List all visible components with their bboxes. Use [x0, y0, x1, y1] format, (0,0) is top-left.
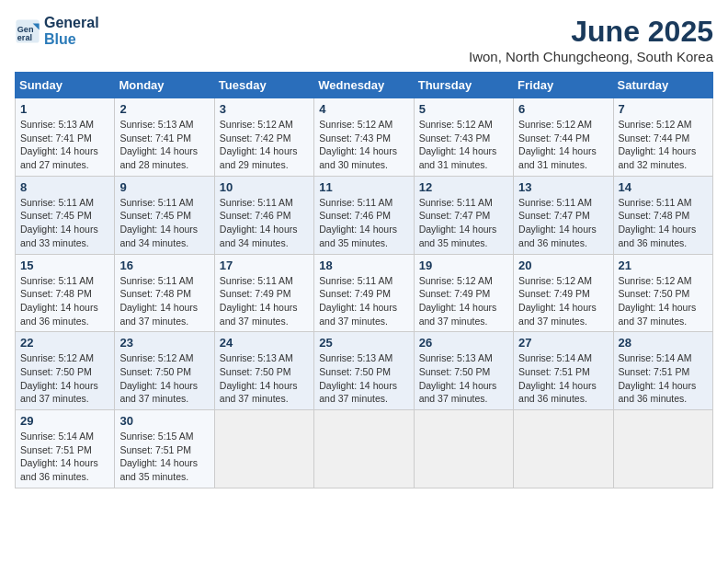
day-number: 5: [419, 102, 508, 116]
day-info: Sunrise: 5:15 AM Sunset: 7:51 PM Dayligh…: [119, 430, 209, 484]
day-info: Sunrise: 5:13 AM Sunset: 7:50 PM Dayligh…: [220, 351, 309, 406]
calendar-day-cell: [514, 410, 613, 488]
calendar-day-cell: 13 Sunrise: 5:11 AM Sunset: 7:47 PM Dayl…: [514, 176, 613, 254]
calendar-day-cell: 1 Sunrise: 5:13 AM Sunset: 7:41 PM Dayli…: [16, 98, 115, 177]
calendar-day-cell: 11 Sunrise: 5:11 AM Sunset: 7:46 PM Dayl…: [314, 176, 414, 254]
day-number: 22: [20, 336, 109, 350]
day-info: Sunrise: 5:12 AM Sunset: 7:49 PM Dayligh…: [518, 274, 608, 328]
day-info: Sunrise: 5:11 AM Sunset: 7:45 PM Dayligh…: [20, 196, 109, 250]
day-number: 28: [619, 336, 708, 350]
logo-icon: Gen eral: [15, 18, 40, 44]
day-number: 11: [319, 180, 408, 194]
calendar-day-cell: 5 Sunrise: 5:12 AM Sunset: 7:43 PM Dayli…: [414, 98, 513, 177]
day-number: 24: [220, 336, 309, 350]
weekday-header: Tuesday: [214, 73, 313, 98]
calendar-week-row: 1 Sunrise: 5:13 AM Sunset: 7:41 PM Dayli…: [16, 98, 713, 177]
calendar-day-cell: 18 Sunrise: 5:11 AM Sunset: 7:49 PM Dayl…: [314, 254, 414, 332]
calendar-week-row: 8 Sunrise: 5:11 AM Sunset: 7:45 PM Dayli…: [16, 176, 713, 254]
day-number: 21: [619, 259, 708, 272]
day-info: Sunrise: 5:13 AM Sunset: 7:41 PM Dayligh…: [119, 118, 209, 172]
calendar-day-cell: 2 Sunrise: 5:13 AM Sunset: 7:41 PM Dayli…: [115, 98, 214, 177]
calendar-day-cell: 8 Sunrise: 5:11 AM Sunset: 7:45 PM Dayli…: [16, 176, 115, 254]
day-number: 16: [119, 259, 209, 272]
weekday-header: Wednesday: [314, 73, 414, 98]
day-number: 20: [518, 259, 608, 272]
calendar-title: June 2025: [469, 15, 713, 49]
weekday-header: Monday: [115, 73, 214, 98]
day-info: Sunrise: 5:11 AM Sunset: 7:46 PM Dayligh…: [319, 196, 408, 250]
calendar-day-cell: 26 Sunrise: 5:13 AM Sunset: 7:50 PM Dayl…: [414, 332, 513, 410]
day-info: Sunrise: 5:13 AM Sunset: 7:41 PM Dayligh…: [20, 118, 109, 172]
day-number: 8: [20, 180, 109, 194]
day-info: Sunrise: 5:11 AM Sunset: 7:48 PM Dayligh…: [119, 274, 209, 328]
day-info: Sunrise: 5:11 AM Sunset: 7:49 PM Dayligh…: [220, 274, 309, 328]
day-number: 7: [619, 102, 708, 116]
calendar-day-cell: 20 Sunrise: 5:12 AM Sunset: 7:49 PM Dayl…: [514, 254, 613, 332]
weekday-header: Thursday: [414, 73, 513, 98]
calendar-day-cell: [414, 410, 513, 488]
logo-line1: General: [44, 15, 99, 31]
day-number: 19: [419, 259, 508, 272]
calendar-day-cell: 14 Sunrise: 5:11 AM Sunset: 7:48 PM Dayl…: [613, 176, 712, 254]
day-number: 26: [419, 336, 508, 350]
day-number: 9: [119, 180, 209, 194]
calendar-day-cell: 17 Sunrise: 5:11 AM Sunset: 7:49 PM Dayl…: [214, 254, 313, 332]
day-number: 25: [319, 336, 408, 350]
calendar-day-cell: 24 Sunrise: 5:13 AM Sunset: 7:50 PM Dayl…: [214, 332, 313, 410]
day-info: Sunrise: 5:14 AM Sunset: 7:51 PM Dayligh…: [518, 351, 608, 406]
calendar-day-cell: 10 Sunrise: 5:11 AM Sunset: 7:46 PM Dayl…: [214, 176, 313, 254]
day-info: Sunrise: 5:12 AM Sunset: 7:50 PM Dayligh…: [20, 351, 109, 406]
calendar-week-row: 15 Sunrise: 5:11 AM Sunset: 7:48 PM Dayl…: [16, 254, 713, 332]
svg-text:eral: eral: [17, 32, 32, 41]
logo-line2: Blue: [44, 31, 99, 48]
calendar-day-cell: 19 Sunrise: 5:12 AM Sunset: 7:49 PM Dayl…: [414, 254, 513, 332]
day-info: Sunrise: 5:12 AM Sunset: 7:44 PM Dayligh…: [619, 118, 708, 172]
day-info: Sunrise: 5:13 AM Sunset: 7:50 PM Dayligh…: [319, 351, 408, 406]
day-number: 10: [220, 180, 309, 194]
day-info: Sunrise: 5:13 AM Sunset: 7:50 PM Dayligh…: [419, 351, 508, 406]
weekday-header-row: SundayMondayTuesdayWednesdayThursdayFrid…: [16, 73, 713, 98]
page-header: Gen eral General Blue June 2025 Iwon, No…: [15, 15, 713, 64]
weekday-header: Saturday: [613, 73, 712, 98]
day-number: 29: [20, 414, 109, 428]
calendar-week-row: 29 Sunrise: 5:14 AM Sunset: 7:51 PM Dayl…: [16, 410, 713, 488]
calendar-day-cell: 16 Sunrise: 5:11 AM Sunset: 7:48 PM Dayl…: [115, 254, 214, 332]
weekday-header: Friday: [514, 73, 613, 98]
calendar-day-cell: 4 Sunrise: 5:12 AM Sunset: 7:43 PM Dayli…: [314, 98, 414, 177]
day-info: Sunrise: 5:12 AM Sunset: 7:49 PM Dayligh…: [419, 274, 508, 328]
day-info: Sunrise: 5:11 AM Sunset: 7:49 PM Dayligh…: [319, 274, 408, 328]
calendar-day-cell: 6 Sunrise: 5:12 AM Sunset: 7:44 PM Dayli…: [514, 98, 613, 177]
day-number: 17: [220, 259, 309, 272]
day-number: 18: [319, 259, 408, 272]
calendar-day-cell: 22 Sunrise: 5:12 AM Sunset: 7:50 PM Dayl…: [16, 332, 115, 410]
calendar-day-cell: [613, 410, 712, 488]
calendar-table: SundayMondayTuesdayWednesdayThursdayFrid…: [15, 72, 713, 488]
day-info: Sunrise: 5:14 AM Sunset: 7:51 PM Dayligh…: [20, 430, 109, 484]
day-number: 27: [518, 336, 608, 350]
day-info: Sunrise: 5:12 AM Sunset: 7:50 PM Dayligh…: [119, 351, 209, 406]
day-info: Sunrise: 5:11 AM Sunset: 7:47 PM Dayligh…: [419, 196, 508, 250]
day-number: 23: [119, 336, 209, 350]
calendar-day-cell: 12 Sunrise: 5:11 AM Sunset: 7:47 PM Dayl…: [414, 176, 513, 254]
calendar-subtitle: Iwon, North Chungcheong, South Korea: [469, 49, 713, 64]
day-number: 4: [319, 102, 408, 116]
calendar-day-cell: 15 Sunrise: 5:11 AM Sunset: 7:48 PM Dayl…: [16, 254, 115, 332]
calendar-day-cell: 23 Sunrise: 5:12 AM Sunset: 7:50 PM Dayl…: [115, 332, 214, 410]
day-number: 14: [619, 180, 708, 194]
day-number: 15: [20, 259, 109, 272]
calendar-week-row: 22 Sunrise: 5:12 AM Sunset: 7:50 PM Dayl…: [16, 332, 713, 410]
day-info: Sunrise: 5:12 AM Sunset: 7:43 PM Dayligh…: [419, 118, 508, 172]
day-number: 6: [518, 102, 608, 116]
calendar-day-cell: 29 Sunrise: 5:14 AM Sunset: 7:51 PM Dayl…: [16, 410, 115, 488]
day-info: Sunrise: 5:12 AM Sunset: 7:50 PM Dayligh…: [619, 274, 708, 328]
day-info: Sunrise: 5:14 AM Sunset: 7:51 PM Dayligh…: [619, 351, 708, 406]
day-number: 1: [20, 102, 109, 116]
day-number: 2: [119, 102, 209, 116]
calendar-day-cell: 21 Sunrise: 5:12 AM Sunset: 7:50 PM Dayl…: [613, 254, 712, 332]
day-info: Sunrise: 5:12 AM Sunset: 7:43 PM Dayligh…: [319, 118, 408, 172]
calendar-day-cell: [314, 410, 414, 488]
day-number: 3: [220, 102, 309, 116]
day-info: Sunrise: 5:12 AM Sunset: 7:42 PM Dayligh…: [220, 118, 309, 172]
logo: Gen eral General Blue: [15, 15, 99, 47]
day-info: Sunrise: 5:11 AM Sunset: 7:46 PM Dayligh…: [220, 196, 309, 250]
